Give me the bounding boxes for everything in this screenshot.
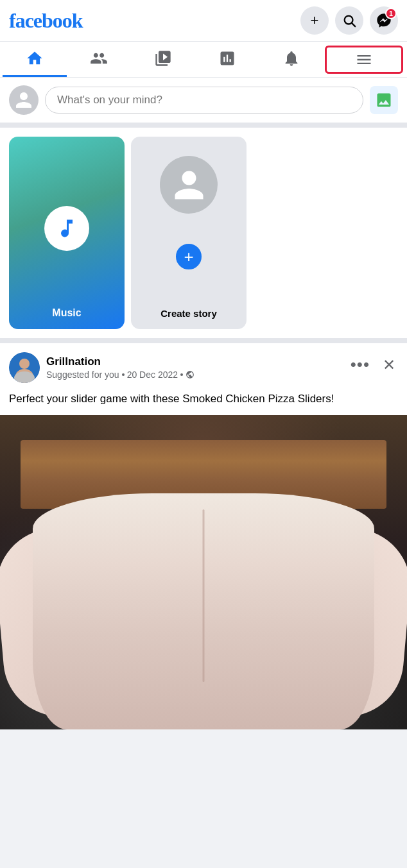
post-author-info: Grillnation Suggested for you 20 Dec 202… — [9, 352, 195, 383]
post-close-button[interactable]: ✕ — [380, 353, 398, 377]
tab-notifications[interactable] — [259, 42, 324, 77]
image-seam — [203, 509, 205, 683]
globe-icon — [186, 370, 195, 379]
post-avatar — [9, 352, 40, 383]
plus-icon: + — [184, 248, 193, 265]
post-header: Grillnation Suggested for you 20 Dec 202… — [0, 343, 407, 388]
create-avatar-icon — [171, 167, 207, 203]
tab-home[interactable] — [3, 42, 67, 77]
create-story-avatar — [160, 156, 218, 214]
photo-button[interactable] — [370, 86, 398, 114]
video-icon — [154, 49, 172, 67]
user-avatar — [9, 85, 39, 115]
post-meta: Suggested for you 20 Dec 2022 — [46, 370, 195, 380]
post-text: Perfect your slider game with these Smok… — [0, 388, 407, 415]
add-icon: + — [311, 12, 319, 29]
tab-friends[interactable] — [67, 42, 131, 77]
create-story-plus[interactable]: + — [174, 242, 204, 271]
post-input[interactable] — [45, 87, 363, 114]
post-input-bar — [0, 78, 407, 128]
main-navigation — [0, 42, 407, 78]
story-music[interactable]: Music — [9, 137, 125, 329]
dot-separator2 — [180, 373, 183, 376]
music-icon-container — [44, 206, 89, 251]
post-suggestion: Suggested for you — [46, 370, 119, 380]
svg-point-3 — [19, 359, 30, 369]
app-header: facebook + 1 — [0, 0, 407, 42]
stories-section: Music + Create story — [0, 128, 407, 343]
avatar-icon — [14, 90, 33, 110]
post-avatar-img — [9, 352, 40, 383]
dot-separator — [122, 373, 125, 376]
post-card: Grillnation Suggested for you 20 Dec 202… — [0, 343, 407, 729]
svg-line-1 — [352, 23, 355, 26]
music-story-label: Music — [9, 307, 125, 319]
post-author-name: Grillnation — [46, 355, 195, 368]
create-story-label: Create story — [131, 308, 247, 319]
friends-icon — [90, 49, 108, 67]
menu-icon — [355, 51, 373, 69]
messenger-badge: 1 — [385, 8, 397, 19]
tab-menu[interactable] — [325, 46, 403, 74]
home-icon — [26, 49, 44, 67]
add-button[interactable]: + — [300, 6, 329, 35]
tab-marketplace[interactable] — [195, 42, 259, 77]
post-more-button[interactable]: ••• — [348, 352, 372, 377]
header-actions: + 1 — [300, 6, 398, 35]
photo-icon — [375, 91, 393, 109]
marketplace-icon — [218, 49, 236, 67]
tab-video[interactable] — [131, 42, 195, 77]
post-image — [0, 415, 407, 729]
facebook-logo: facebook — [9, 9, 83, 33]
story-create[interactable]: + Create story — [131, 137, 247, 329]
music-note-icon — [55, 217, 78, 240]
bell-icon — [282, 49, 300, 67]
post-header-actions: ••• ✕ — [348, 352, 398, 377]
search-button[interactable] — [335, 6, 363, 35]
post-author-details: Grillnation Suggested for you 20 Dec 202… — [46, 355, 195, 380]
search-icon — [342, 13, 356, 28]
post-date: 20 Dec 2022 — [127, 370, 178, 380]
messenger-button[interactable]: 1 — [370, 6, 398, 35]
